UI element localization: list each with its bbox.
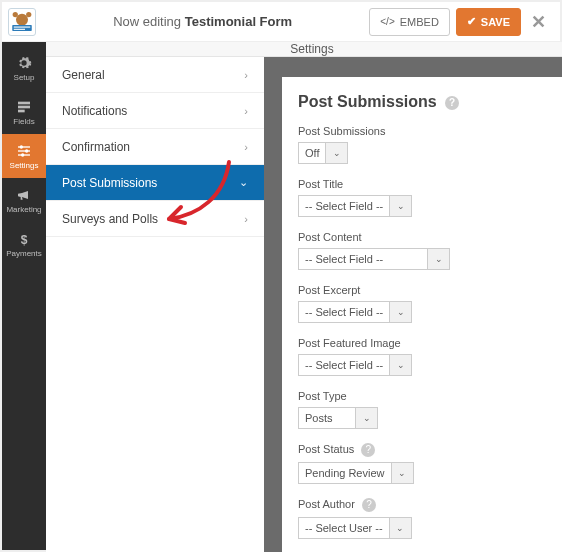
- nav-fields[interactable]: Fields: [2, 90, 46, 134]
- dropdown-icon[interactable]: ⌄: [390, 195, 412, 217]
- save-label: SAVE: [481, 16, 510, 28]
- nav-label: Setup: [14, 73, 35, 82]
- dollar-icon: $: [16, 231, 32, 247]
- dropdown-icon[interactable]: ⌄: [390, 354, 412, 376]
- panel-title: Post Submissions: [298, 93, 437, 110]
- megaphone-icon: [16, 187, 32, 203]
- post-title-select[interactable]: -- Select Field --: [298, 195, 390, 217]
- editing-prefix: Now editing: [113, 14, 181, 29]
- dropdown-icon[interactable]: ⌄: [392, 462, 414, 484]
- post-submissions-panel: Post Submissions ? Post Submissions Off …: [282, 77, 562, 552]
- svg-point-10: [20, 145, 23, 148]
- menu-label: Surveys and Polls: [62, 212, 158, 226]
- menu-surveys[interactable]: Surveys and Polls ›: [46, 201, 264, 237]
- nav-settings[interactable]: Settings: [2, 134, 46, 178]
- embed-label: EMBED: [400, 16, 439, 28]
- menu-label: Notifications: [62, 104, 127, 118]
- help-icon[interactable]: ?: [445, 96, 459, 110]
- chevron-right-icon: ›: [244, 213, 248, 225]
- post-status-select[interactable]: Pending Review: [298, 462, 392, 484]
- nav-label: Payments: [6, 249, 42, 258]
- nav-label: Fields: [13, 117, 34, 126]
- nav-marketing[interactable]: Marketing: [2, 178, 46, 222]
- field-label: Post Featured Image: [298, 337, 548, 349]
- close-button[interactable]: ✕: [521, 11, 552, 33]
- svg-rect-3: [12, 25, 32, 31]
- menu-general[interactable]: General ›: [46, 57, 264, 93]
- svg-rect-6: [18, 101, 30, 104]
- menu-label: General: [62, 68, 105, 82]
- nav-payments[interactable]: $ Payments: [2, 222, 46, 266]
- menu-notifications[interactable]: Notifications ›: [46, 93, 264, 129]
- svg-point-0: [16, 13, 28, 25]
- post-type-select[interactable]: Posts: [298, 407, 356, 429]
- svg-rect-8: [18, 109, 25, 112]
- svg-rect-7: [18, 105, 30, 108]
- dropdown-icon[interactable]: ⌄: [428, 248, 450, 270]
- svg-rect-4: [14, 26, 31, 27]
- post-author-select[interactable]: -- Select User --: [298, 517, 390, 539]
- embed-button[interactable]: </> EMBED: [369, 8, 450, 36]
- field-label: Post Status: [298, 443, 354, 455]
- nav-label: Settings: [10, 161, 39, 170]
- chevron-down-icon: ⌄: [239, 176, 248, 189]
- dropdown-icon[interactable]: ⌄: [326, 142, 348, 164]
- now-editing-title: Now editing Testimonial Form: [42, 14, 363, 29]
- fields-icon: [16, 99, 32, 115]
- field-label: Post Content: [298, 231, 548, 243]
- settings-menu: General › Notifications › Confirmation ›…: [46, 57, 264, 552]
- menu-post-submissions[interactable]: Post Submissions ⌄: [46, 165, 264, 201]
- post-submissions-toggle[interactable]: Off: [298, 142, 326, 164]
- svg-point-2: [26, 11, 31, 16]
- help-icon[interactable]: ?: [361, 443, 375, 457]
- help-icon[interactable]: ?: [362, 498, 376, 512]
- field-label: Post Excerpt: [298, 284, 548, 296]
- section-title: Settings: [46, 42, 562, 57]
- chevron-right-icon: ›: [244, 69, 248, 81]
- gear-icon: [16, 55, 32, 71]
- dropdown-icon[interactable]: ⌄: [390, 517, 412, 539]
- field-label: Post Title: [298, 178, 548, 190]
- svg-text:$: $: [21, 232, 28, 246]
- chevron-right-icon: ›: [244, 141, 248, 153]
- field-label: Post Author: [298, 498, 355, 510]
- svg-rect-5: [14, 28, 25, 29]
- nav-label: Marketing: [6, 205, 41, 214]
- menu-label: Confirmation: [62, 140, 130, 154]
- embed-icon: </>: [380, 16, 394, 27]
- menu-label: Post Submissions: [62, 176, 157, 190]
- dropdown-icon[interactable]: ⌄: [356, 407, 378, 429]
- save-button[interactable]: ✔ SAVE: [456, 8, 521, 36]
- sliders-icon: [16, 143, 32, 159]
- field-label: Post Type: [298, 390, 548, 402]
- form-name: Testimonial Form: [185, 14, 292, 29]
- field-label: Post Submissions: [298, 125, 548, 137]
- svg-point-14: [21, 153, 24, 156]
- svg-point-12: [25, 149, 28, 152]
- check-icon: ✔: [467, 15, 476, 28]
- svg-point-1: [13, 11, 18, 16]
- app-logo: [8, 8, 36, 36]
- chevron-right-icon: ›: [244, 105, 248, 117]
- menu-confirmation[interactable]: Confirmation ›: [46, 129, 264, 165]
- nav-setup[interactable]: Setup: [2, 46, 46, 90]
- primary-nav: Setup Fields Settings Marketing $ Paymen…: [2, 42, 46, 550]
- dropdown-icon[interactable]: ⌄: [390, 301, 412, 323]
- post-content-select[interactable]: -- Select Field --: [298, 248, 428, 270]
- post-excerpt-select[interactable]: -- Select Field --: [298, 301, 390, 323]
- featured-image-select[interactable]: -- Select Field --: [298, 354, 390, 376]
